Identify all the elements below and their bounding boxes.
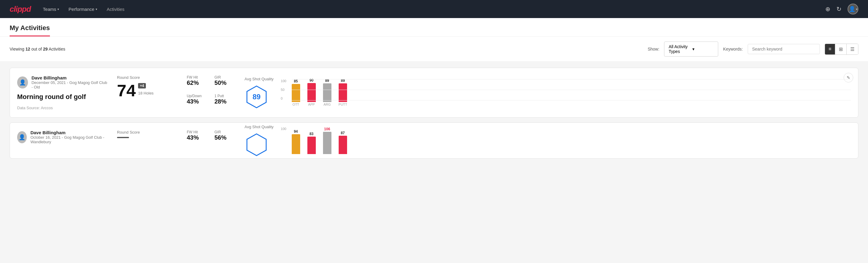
bar-putt-rect bbox=[339, 83, 347, 102]
stat-fw-hit-2: FW Hit 43% bbox=[187, 130, 207, 151]
user-avatar[interactable]: 👤 ▾ bbox=[847, 4, 858, 14]
bar-arg-value-2: 106 bbox=[324, 127, 330, 131]
teams-chevron-icon: ▾ bbox=[57, 7, 59, 11]
stat-gir-2: GIR 56% bbox=[214, 130, 235, 151]
stat-fw-hit-label: FW Hit bbox=[187, 75, 207, 80]
bar-app-2: 83 bbox=[307, 132, 316, 154]
user-row-2: 👤 Dave Billingham October 16, 2021 - Gog… bbox=[17, 130, 107, 144]
view-toggle-list-dense[interactable]: ≡ bbox=[825, 44, 835, 55]
hexagon-svg-2 bbox=[245, 133, 269, 157]
nav-teams[interactable]: Teams ▾ bbox=[43, 7, 59, 12]
avatar-icon: 👤 bbox=[849, 6, 856, 12]
keywords-label: Keywords: bbox=[723, 47, 743, 52]
date-course: December 05, 2021 - Gog Magog Golf Club … bbox=[32, 80, 107, 89]
avatar-chevron-icon: ▾ bbox=[856, 7, 858, 11]
stat-gir: GIR 50% bbox=[214, 75, 235, 91]
nav-performance[interactable]: Performance ▾ bbox=[69, 7, 97, 12]
performance-chevron-icon: ▾ bbox=[96, 7, 97, 11]
bar-app-label: APP bbox=[308, 103, 315, 106]
user-info-2: Dave Billingham October 16, 2021 - Gog M… bbox=[30, 130, 107, 144]
quality-section-2: Avg Shot Quality 100 94 bbox=[245, 130, 851, 151]
stat-gir-label-2: GIR bbox=[214, 130, 235, 134]
stat-fw-hit-label-2: FW Hit bbox=[187, 130, 207, 134]
bars-row-2: 94 83 106 87 bbox=[292, 127, 851, 154]
view-toggle-grid[interactable]: ⊞ bbox=[835, 44, 847, 55]
card-left-2: 👤 Dave Billingham October 16, 2021 - Gog… bbox=[17, 130, 107, 151]
round-score-section: Round Score 74 +4 18 Holes bbox=[117, 75, 177, 110]
bar-putt: 89 PUTT bbox=[339, 79, 347, 106]
bar-app-value: 90 bbox=[309, 78, 313, 83]
bar-arg-rect-2 bbox=[323, 132, 332, 154]
stat-updown: Up/Down 43% bbox=[187, 94, 207, 110]
view-toggle-list[interactable]: ☰ bbox=[847, 44, 858, 55]
stat-gir-value: 50% bbox=[214, 80, 235, 86]
navbar: clippd Teams ▾ Performance ▾ Activities … bbox=[0, 0, 868, 18]
stat-fw-hit-value: 62% bbox=[187, 80, 207, 86]
card-left: 👤 Dave Billingham December 05, 2021 - Go… bbox=[17, 75, 107, 110]
activity-card: ✎ 👤 Dave Billingham December 05, 2021 - … bbox=[10, 68, 858, 118]
round-score-label: Round Score bbox=[117, 75, 177, 80]
user-info: Dave Billingham December 05, 2021 - Gog … bbox=[32, 75, 107, 89]
activity-card-2: 👤 Dave Billingham October 16, 2021 - Gog… bbox=[10, 122, 858, 158]
bar-arg-value: 89 bbox=[325, 79, 329, 83]
y-100: 100 bbox=[281, 79, 286, 83]
nav-right: ⊕ ↻ 👤 ▾ bbox=[825, 4, 858, 14]
date-course-2: October 16, 2021 - Gog Magog Golf Club -… bbox=[30, 135, 107, 144]
page-header: My Activities bbox=[0, 18, 868, 37]
score-main: 74 +4 18 Holes bbox=[117, 82, 177, 99]
data-source: Data Source: Arccos bbox=[17, 106, 107, 110]
bar-ott-rect bbox=[292, 84, 300, 102]
bar-app-rect-2 bbox=[307, 137, 316, 154]
bar-app-value-2: 83 bbox=[309, 132, 313, 136]
bar-ott: 85 OTT bbox=[292, 79, 300, 106]
activity-title: Morning round of golf bbox=[17, 93, 107, 101]
round-score-section-2: Round Score bbox=[117, 130, 177, 151]
y-50: 50 bbox=[281, 88, 286, 91]
round-score-label-2: Round Score bbox=[117, 130, 177, 135]
show-label: Show: bbox=[648, 47, 659, 52]
add-icon[interactable]: ⊕ bbox=[825, 5, 830, 12]
stat-1putt: 1 Putt 28% bbox=[214, 94, 235, 110]
stats-section-2: FW Hit 43% GIR 56% bbox=[187, 130, 235, 151]
logo[interactable]: clippd bbox=[10, 4, 31, 14]
stat-gir-label: GIR bbox=[214, 75, 235, 80]
bar-arg-2: 106 bbox=[323, 127, 332, 154]
viewing-count-text: Viewing 12 out of 29 Activities bbox=[10, 47, 643, 52]
activities-content: ✎ 👤 Dave Billingham December 05, 2021 - … bbox=[0, 62, 868, 165]
activity-type-select[interactable]: All Activity Types ▾ bbox=[664, 41, 718, 57]
bars-row: 85 OTT 90 APP 89 ARG bbox=[292, 79, 851, 106]
stat-1putt-label: 1 Putt bbox=[214, 94, 235, 98]
y-0: 0 bbox=[281, 96, 286, 100]
user-avatar-card: 👤 bbox=[17, 77, 28, 88]
score-number: 74 bbox=[117, 82, 136, 99]
score-dash-2 bbox=[117, 137, 129, 138]
hexagon-wrapper-2 bbox=[245, 133, 269, 157]
bar-arg-label: ARG bbox=[323, 103, 331, 106]
stat-updown-value: 43% bbox=[187, 98, 207, 105]
bar-arg-rect bbox=[323, 83, 332, 102]
bar-app-rect bbox=[307, 83, 316, 102]
bar-ott-rect-2 bbox=[292, 134, 300, 154]
bar-putt-value: 89 bbox=[341, 79, 345, 83]
user-name: Dave Billingham bbox=[32, 75, 107, 80]
filter-bar: Viewing 12 out of 29 Activities Show: Al… bbox=[0, 37, 868, 62]
bar-putt-value-2: 87 bbox=[341, 131, 345, 135]
hexagon-2 bbox=[245, 133, 269, 157]
stat-1putt-value: 28% bbox=[214, 98, 235, 105]
avatar-person-icon: 👤 bbox=[19, 79, 26, 86]
search-input[interactable] bbox=[748, 44, 820, 54]
refresh-icon[interactable]: ↻ bbox=[836, 5, 841, 12]
nav-activities[interactable]: Activities bbox=[107, 7, 125, 12]
avatar-person-icon-2: 👤 bbox=[19, 134, 25, 141]
bar-ott-label: OTT bbox=[292, 103, 299, 106]
page-title: My Activities bbox=[10, 18, 50, 36]
user-row: 👤 Dave Billingham December 05, 2021 - Go… bbox=[17, 75, 107, 89]
avg-shot-quality-label-2: Avg Shot Quality bbox=[245, 124, 274, 129]
score-badge: +4 bbox=[138, 83, 146, 88]
bar-ott-value-2: 94 bbox=[294, 129, 298, 134]
bar-ott-2: 94 bbox=[292, 129, 300, 154]
bar-putt-2: 87 bbox=[339, 131, 347, 154]
stat-fw-hit-value-2: 43% bbox=[187, 134, 207, 141]
hexagon-wrapper: 89 bbox=[245, 85, 269, 109]
bar-putt-rect-2 bbox=[339, 136, 347, 154]
